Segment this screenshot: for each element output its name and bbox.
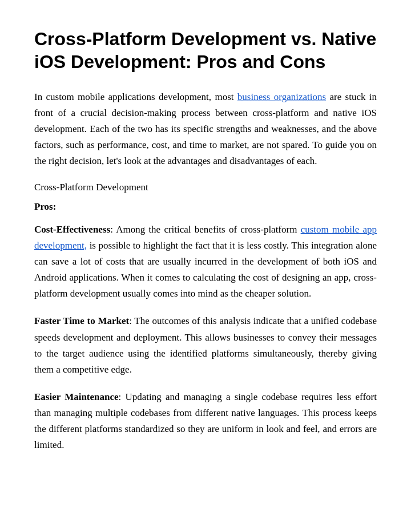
cost-effectiveness-term: Cost-Effectiveness — [34, 224, 110, 235]
intro-text-before-link: In custom mobile applications developmen… — [34, 91, 237, 102]
cost-effectiveness-block: Cost-Effectiveness: Among the critical b… — [34, 222, 377, 302]
faster-time-block: Faster Time to Market: The outcomes of t… — [34, 313, 377, 377]
easier-maintenance-term: Easier Maintenance — [34, 391, 119, 402]
easier-maintenance-block: Easier Maintenance: Updating and managin… — [34, 389, 377, 453]
pros-label: Pros: — [34, 201, 377, 213]
business-organizations-link[interactable]: business organizations — [237, 91, 326, 102]
intro-text-after-link: are stuck in front of a crucial decision… — [34, 91, 377, 166]
page-title: Cross-Platform Development vs. Native iO… — [34, 27, 377, 73]
page-container: Cross-Platform Development vs. Native iO… — [0, 0, 411, 492]
section-heading: Cross-Platform Development — [34, 182, 377, 193]
faster-time-term: Faster Time to Market — [34, 315, 129, 326]
intro-paragraph: In custom mobile applications developmen… — [34, 89, 377, 169]
